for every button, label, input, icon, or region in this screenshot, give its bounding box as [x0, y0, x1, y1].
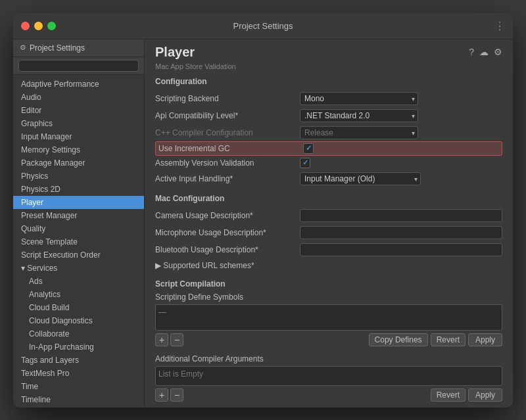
camera-usage-label: Camera Usage Description* [155, 211, 300, 220]
incremental-gc-row: Use Incremental GC [155, 141, 502, 156]
cpp-compiler-select-wrapper: Release Debug [300, 126, 418, 139]
sidebar-item-timeline[interactable]: Timeline [13, 393, 144, 406]
minimize-button[interactable] [34, 22, 43, 30]
additional-toolbar-right: Revert Apply [431, 388, 502, 402]
additional-revert-button[interactable]: Revert [431, 388, 466, 402]
additional-minus-button[interactable]: − [170, 388, 183, 402]
define-plus-button[interactable]: + [155, 333, 168, 346]
assembly-version-value [300, 158, 502, 168]
incremental-gc-checkbox[interactable] [303, 143, 314, 154]
content-header: Player ? ☁ ⚙ [145, 39, 513, 62]
additional-apply-button[interactable]: Apply [468, 388, 502, 402]
url-schemes-row: ▶ Supported URL schemes* [155, 258, 502, 273]
bluetooth-usage-input[interactable] [300, 243, 502, 256]
sidebar-item-adaptive-performance[interactable]: Adaptive Performance [13, 78, 144, 91]
define-toolbar-right: Copy Defines Revert Apply [369, 333, 502, 346]
page-title: Player [155, 45, 195, 60]
header-icons: ? ☁ ⚙ [469, 47, 502, 57]
additional-compiler-label: Additional Compiler Arguments [155, 354, 502, 363]
sidebar-item-preset-manager[interactable]: Preset Manager [13, 209, 144, 222]
sidebar-item-quality[interactable]: Quality [13, 222, 144, 235]
api-compatibility-value: .NET Standard 2.0 .NET 4.x [300, 109, 502, 122]
main-content: ⚙ Project Settings Adaptive Performance … [13, 39, 513, 408]
incremental-gc-label: Use Incremental GC [158, 144, 303, 153]
sidebar-item-collaborate[interactable]: Collaborate [13, 327, 144, 340]
active-input-label: Active Input Handling* [155, 174, 300, 183]
close-button[interactable] [21, 22, 30, 30]
define-symbols-placeholder: — [158, 308, 499, 317]
camera-usage-row: Camera Usage Description* [155, 207, 502, 224]
scripting-backend-label: Scripting Backend [155, 94, 300, 103]
sidebar-item-in-app-purchasing[interactable]: In-App Purchasing [13, 340, 144, 354]
scroll-note: Mac App Store Validation [155, 62, 502, 70]
search-bar [13, 57, 144, 75]
project-settings-window: Project Settings ⋮ ⚙ Project Settings Ad… [13, 13, 513, 408]
sidebar-item-audio[interactable]: Audio [13, 91, 144, 104]
sidebar-item-physics-2d[interactable]: Physics 2D [13, 183, 144, 196]
define-symbols-area[interactable]: — [155, 304, 502, 331]
cpp-compiler-row: C++ Compiler Configuration Release Debug [155, 124, 502, 141]
sidebar-item-services[interactable]: ▾ Services [13, 262, 144, 275]
copy-defines-button[interactable]: Copy Defines [369, 333, 428, 346]
scripting-backend-row: Scripting Backend Mono IL2CPP [155, 90, 502, 107]
microphone-usage-row: Microphone Usage Description* [155, 224, 502, 241]
cloud-icon[interactable]: ☁ [479, 47, 489, 57]
sidebar-item-tags-and-layers[interactable]: Tags and Layers [13, 354, 144, 367]
content-area: Player ? ☁ ⚙ Mac App Store Validation Co… [145, 39, 513, 408]
define-toolbar: + − Copy Defines Revert Apply [155, 333, 502, 346]
bluetooth-usage-label: Bluetooth Usage Description* [155, 245, 300, 254]
microphone-usage-value [300, 226, 502, 239]
settings-icon[interactable]: ⚙ [494, 47, 502, 57]
window-menu-icon[interactable]: ⋮ [494, 20, 505, 32]
sidebar-item-ui-builder[interactable]: UI Builder [13, 406, 144, 408]
microphone-usage-label: Microphone Usage Description* [155, 228, 300, 237]
sidebar-item-ads[interactable]: Ads [13, 275, 144, 288]
additional-plus-button[interactable]: + [155, 388, 168, 402]
list-empty-area: List is Empty [155, 366, 502, 386]
script-apply-button[interactable]: Apply [468, 333, 502, 346]
help-icon[interactable]: ? [469, 47, 474, 57]
sidebar-item-physics[interactable]: Physics [13, 170, 144, 183]
scripting-backend-select[interactable]: Mono IL2CPP [300, 92, 418, 105]
api-compatibility-row: Api Compatibility Level* .NET Standard 2… [155, 107, 502, 124]
bluetooth-usage-value [300, 243, 502, 256]
active-input-select[interactable]: Input Manager (Old) Input System Package… [300, 172, 421, 185]
sidebar-item-analytics[interactable]: Analytics [13, 288, 144, 301]
api-compatibility-select[interactable]: .NET Standard 2.0 .NET 4.x [300, 109, 418, 122]
active-input-row: Active Input Handling* Input Manager (Ol… [155, 170, 502, 187]
content-scroll: Mac App Store Validation Configuration S… [145, 62, 513, 408]
script-revert-button[interactable]: Revert [431, 333, 466, 346]
list-is-empty-text: List is Empty [158, 369, 203, 379]
sidebar-item-script-execution-order[interactable]: Script Execution Order [13, 248, 144, 262]
sidebar-item-cloud-build[interactable]: Cloud Build [13, 301, 144, 314]
assembly-version-checkbox[interactable] [300, 158, 310, 168]
bluetooth-usage-row: Bluetooth Usage Description* [155, 241, 502, 258]
sidebar-item-package-manager[interactable]: Package Manager [13, 156, 144, 170]
camera-usage-value [300, 209, 502, 222]
define-minus-button[interactable]: − [170, 333, 183, 346]
sidebar-item-scene-template[interactable]: Scene Template [13, 235, 144, 248]
sidebar-item-memory-settings[interactable]: Memory Settings [13, 143, 144, 156]
sidebar-item-cloud-diagnostics[interactable]: Cloud Diagnostics [13, 314, 144, 327]
incremental-gc-value [303, 143, 499, 154]
api-compatibility-label: Api Compatibility Level* [155, 111, 300, 120]
active-input-select-wrapper: Input Manager (Old) Input System Package… [300, 172, 421, 185]
search-input[interactable] [18, 60, 139, 72]
sidebar-header-label: Project Settings [30, 43, 85, 53]
url-schemes-label: ▶ Supported URL schemes* [155, 261, 300, 270]
sidebar-list: Adaptive Performance Audio Editor Graphi… [13, 75, 144, 408]
assembly-version-label: Assembly Version Validation [155, 158, 300, 168]
sidebar-item-input-manager[interactable]: Input Manager [13, 130, 144, 143]
scripting-backend-select-wrapper: Mono IL2CPP [300, 92, 418, 105]
sidebar-item-graphics[interactable]: Graphics [13, 117, 144, 130]
sidebar-item-textmesh-pro[interactable]: TextMesh Pro [13, 367, 144, 380]
cpp-compiler-select[interactable]: Release Debug [300, 126, 418, 139]
maximize-button[interactable] [47, 22, 56, 30]
camera-usage-input[interactable] [300, 209, 502, 222]
sidebar-item-editor[interactable]: Editor [13, 104, 144, 117]
sidebar-item-time[interactable]: Time [13, 380, 144, 393]
cpp-compiler-label: C++ Compiler Configuration [155, 128, 300, 137]
additional-compiler-toolbar: + − Revert Apply [155, 388, 502, 402]
sidebar-item-player[interactable]: Player [13, 196, 144, 209]
microphone-usage-input[interactable] [300, 226, 502, 239]
